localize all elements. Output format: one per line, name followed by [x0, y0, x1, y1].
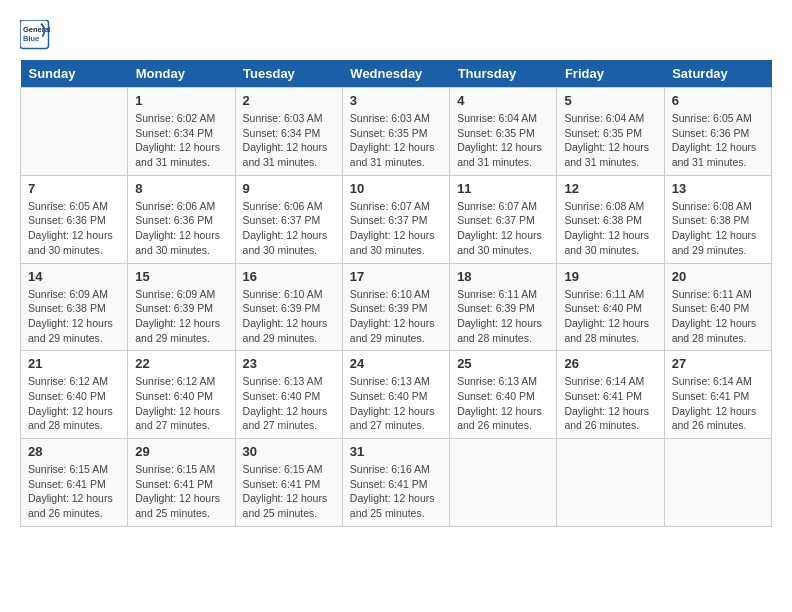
- day-number: 8: [135, 181, 227, 196]
- calendar-cell: 3Sunrise: 6:03 AM Sunset: 6:35 PM Daylig…: [342, 88, 449, 176]
- day-info: Sunrise: 6:10 AM Sunset: 6:39 PM Dayligh…: [350, 287, 442, 346]
- calendar-cell: 29Sunrise: 6:15 AM Sunset: 6:41 PM Dayli…: [128, 439, 235, 527]
- day-number: 22: [135, 356, 227, 371]
- calendar-cell: 2Sunrise: 6:03 AM Sunset: 6:34 PM Daylig…: [235, 88, 342, 176]
- day-number: 29: [135, 444, 227, 459]
- day-info: Sunrise: 6:13 AM Sunset: 6:40 PM Dayligh…: [457, 374, 549, 433]
- day-number: 18: [457, 269, 549, 284]
- day-number: 12: [564, 181, 656, 196]
- day-info: Sunrise: 6:14 AM Sunset: 6:41 PM Dayligh…: [564, 374, 656, 433]
- day-info: Sunrise: 6:05 AM Sunset: 6:36 PM Dayligh…: [28, 199, 120, 258]
- day-number: 20: [672, 269, 764, 284]
- day-number: 17: [350, 269, 442, 284]
- day-number: 13: [672, 181, 764, 196]
- calendar-cell: 13Sunrise: 6:08 AM Sunset: 6:38 PM Dayli…: [664, 175, 771, 263]
- calendar-cell: 5Sunrise: 6:04 AM Sunset: 6:35 PM Daylig…: [557, 88, 664, 176]
- day-info: Sunrise: 6:11 AM Sunset: 6:40 PM Dayligh…: [564, 287, 656, 346]
- day-info: Sunrise: 6:07 AM Sunset: 6:37 PM Dayligh…: [457, 199, 549, 258]
- logo: General Blue: [20, 20, 50, 50]
- day-number: 14: [28, 269, 120, 284]
- day-info: Sunrise: 6:04 AM Sunset: 6:35 PM Dayligh…: [564, 111, 656, 170]
- day-number: 15: [135, 269, 227, 284]
- calendar-cell: 9Sunrise: 6:06 AM Sunset: 6:37 PM Daylig…: [235, 175, 342, 263]
- calendar-day-header: Sunday: [21, 60, 128, 88]
- day-info: Sunrise: 6:12 AM Sunset: 6:40 PM Dayligh…: [28, 374, 120, 433]
- day-info: Sunrise: 6:06 AM Sunset: 6:37 PM Dayligh…: [243, 199, 335, 258]
- calendar-cell: 17Sunrise: 6:10 AM Sunset: 6:39 PM Dayli…: [342, 263, 449, 351]
- calendar-cell: 10Sunrise: 6:07 AM Sunset: 6:37 PM Dayli…: [342, 175, 449, 263]
- day-number: 23: [243, 356, 335, 371]
- day-number: 9: [243, 181, 335, 196]
- day-number: 30: [243, 444, 335, 459]
- calendar-week-row: 28Sunrise: 6:15 AM Sunset: 6:41 PM Dayli…: [21, 439, 772, 527]
- day-number: 5: [564, 93, 656, 108]
- calendar-cell: [450, 439, 557, 527]
- calendar-day-header: Tuesday: [235, 60, 342, 88]
- calendar-cell: [664, 439, 771, 527]
- svg-text:Blue: Blue: [23, 34, 39, 43]
- day-number: 27: [672, 356, 764, 371]
- calendar-cell: 12Sunrise: 6:08 AM Sunset: 6:38 PM Dayli…: [557, 175, 664, 263]
- day-info: Sunrise: 6:11 AM Sunset: 6:40 PM Dayligh…: [672, 287, 764, 346]
- day-info: Sunrise: 6:13 AM Sunset: 6:40 PM Dayligh…: [350, 374, 442, 433]
- day-info: Sunrise: 6:13 AM Sunset: 6:40 PM Dayligh…: [243, 374, 335, 433]
- day-number: 6: [672, 93, 764, 108]
- calendar-cell: [21, 88, 128, 176]
- day-info: Sunrise: 6:16 AM Sunset: 6:41 PM Dayligh…: [350, 462, 442, 521]
- day-info: Sunrise: 6:04 AM Sunset: 6:35 PM Dayligh…: [457, 111, 549, 170]
- calendar-day-header: Thursday: [450, 60, 557, 88]
- day-info: Sunrise: 6:11 AM Sunset: 6:39 PM Dayligh…: [457, 287, 549, 346]
- calendar-cell: 6Sunrise: 6:05 AM Sunset: 6:36 PM Daylig…: [664, 88, 771, 176]
- calendar-cell: [557, 439, 664, 527]
- day-number: 10: [350, 181, 442, 196]
- calendar-cell: 22Sunrise: 6:12 AM Sunset: 6:40 PM Dayli…: [128, 351, 235, 439]
- day-info: Sunrise: 6:09 AM Sunset: 6:39 PM Dayligh…: [135, 287, 227, 346]
- calendar-cell: 23Sunrise: 6:13 AM Sunset: 6:40 PM Dayli…: [235, 351, 342, 439]
- day-number: 4: [457, 93, 549, 108]
- day-number: 1: [135, 93, 227, 108]
- calendar-week-row: 1Sunrise: 6:02 AM Sunset: 6:34 PM Daylig…: [21, 88, 772, 176]
- day-info: Sunrise: 6:08 AM Sunset: 6:38 PM Dayligh…: [564, 199, 656, 258]
- calendar-day-header: Friday: [557, 60, 664, 88]
- day-info: Sunrise: 6:12 AM Sunset: 6:40 PM Dayligh…: [135, 374, 227, 433]
- calendar-day-header: Monday: [128, 60, 235, 88]
- day-number: 16: [243, 269, 335, 284]
- calendar-cell: 31Sunrise: 6:16 AM Sunset: 6:41 PM Dayli…: [342, 439, 449, 527]
- svg-text:General: General: [23, 25, 50, 34]
- day-info: Sunrise: 6:10 AM Sunset: 6:39 PM Dayligh…: [243, 287, 335, 346]
- calendar-header-row: SundayMondayTuesdayWednesdayThursdayFrid…: [21, 60, 772, 88]
- day-info: Sunrise: 6:03 AM Sunset: 6:35 PM Dayligh…: [350, 111, 442, 170]
- calendar-cell: 1Sunrise: 6:02 AM Sunset: 6:34 PM Daylig…: [128, 88, 235, 176]
- calendar-cell: 21Sunrise: 6:12 AM Sunset: 6:40 PM Dayli…: [21, 351, 128, 439]
- day-info: Sunrise: 6:02 AM Sunset: 6:34 PM Dayligh…: [135, 111, 227, 170]
- calendar-week-row: 21Sunrise: 6:12 AM Sunset: 6:40 PM Dayli…: [21, 351, 772, 439]
- calendar-cell: 7Sunrise: 6:05 AM Sunset: 6:36 PM Daylig…: [21, 175, 128, 263]
- calendar-day-header: Wednesday: [342, 60, 449, 88]
- calendar-cell: 14Sunrise: 6:09 AM Sunset: 6:38 PM Dayli…: [21, 263, 128, 351]
- day-number: 11: [457, 181, 549, 196]
- day-info: Sunrise: 6:06 AM Sunset: 6:36 PM Dayligh…: [135, 199, 227, 258]
- day-number: 3: [350, 93, 442, 108]
- day-number: 7: [28, 181, 120, 196]
- calendar-cell: 25Sunrise: 6:13 AM Sunset: 6:40 PM Dayli…: [450, 351, 557, 439]
- calendar-cell: 15Sunrise: 6:09 AM Sunset: 6:39 PM Dayli…: [128, 263, 235, 351]
- logo-icon: General Blue: [20, 20, 50, 50]
- calendar-cell: 4Sunrise: 6:04 AM Sunset: 6:35 PM Daylig…: [450, 88, 557, 176]
- day-number: 28: [28, 444, 120, 459]
- day-info: Sunrise: 6:09 AM Sunset: 6:38 PM Dayligh…: [28, 287, 120, 346]
- day-number: 25: [457, 356, 549, 371]
- day-number: 26: [564, 356, 656, 371]
- calendar-cell: 27Sunrise: 6:14 AM Sunset: 6:41 PM Dayli…: [664, 351, 771, 439]
- day-info: Sunrise: 6:08 AM Sunset: 6:38 PM Dayligh…: [672, 199, 764, 258]
- day-info: Sunrise: 6:07 AM Sunset: 6:37 PM Dayligh…: [350, 199, 442, 258]
- calendar-week-row: 7Sunrise: 6:05 AM Sunset: 6:36 PM Daylig…: [21, 175, 772, 263]
- calendar-cell: 30Sunrise: 6:15 AM Sunset: 6:41 PM Dayli…: [235, 439, 342, 527]
- day-info: Sunrise: 6:15 AM Sunset: 6:41 PM Dayligh…: [135, 462, 227, 521]
- day-info: Sunrise: 6:15 AM Sunset: 6:41 PM Dayligh…: [243, 462, 335, 521]
- day-number: 19: [564, 269, 656, 284]
- day-number: 2: [243, 93, 335, 108]
- day-info: Sunrise: 6:15 AM Sunset: 6:41 PM Dayligh…: [28, 462, 120, 521]
- calendar-cell: 16Sunrise: 6:10 AM Sunset: 6:39 PM Dayli…: [235, 263, 342, 351]
- day-number: 24: [350, 356, 442, 371]
- calendar-cell: 11Sunrise: 6:07 AM Sunset: 6:37 PM Dayli…: [450, 175, 557, 263]
